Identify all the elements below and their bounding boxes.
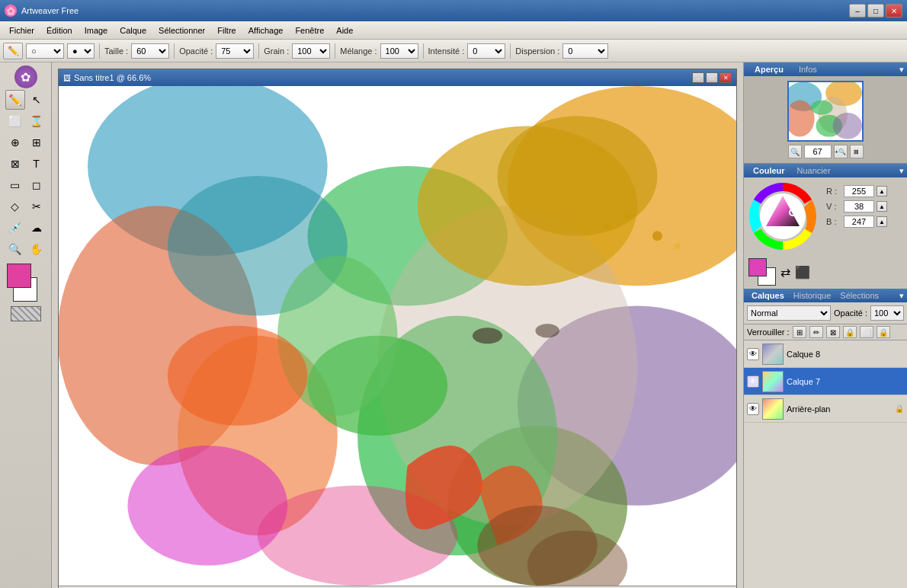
close-button[interactable]: ✕ (886, 4, 902, 18)
apercu-panel: Aperçu Infos ▾ (744, 62, 907, 164)
layer-item-bg[interactable]: 👁 Arrière-plan 🔒 (744, 395, 907, 423)
lock-label: Verrouiller : (747, 328, 790, 337)
menu-fichier[interactable]: Fichier (3, 24, 40, 37)
canvas-window: 🖼 Sans titre1 @ 66.6% – □ ✕ (58, 69, 737, 588)
copy-color-btn[interactable]: ⬛ (795, 265, 810, 280)
menu-affichage[interactable]: Affichage (242, 24, 290, 37)
v-input[interactable] (844, 200, 874, 213)
layer-7-thumb (762, 371, 784, 392)
grain-select[interactable]: 100 (292, 43, 330, 59)
text-tool[interactable]: T (27, 154, 46, 174)
swap-colors-btn[interactable]: ⇄ (780, 265, 790, 280)
lock-row: Verrouiller : ⊞ ✏ ⊠ 🔒 ⬜ 🔒 (744, 324, 907, 340)
zoom-in-btn[interactable]: +🔍 (834, 145, 848, 158)
tab-calques[interactable]: Calques (747, 291, 789, 300)
tab-apercu[interactable]: Aperçu (747, 65, 791, 74)
maximize-button[interactable]: □ (867, 4, 884, 18)
lasso-tool[interactable]: ⌛ (27, 111, 46, 131)
zoom-fit-btn[interactable]: ⊠ (850, 145, 864, 158)
menu-fenetre[interactable]: Fenêtre (289, 24, 330, 37)
r-input[interactable] (844, 185, 874, 197)
b-up[interactable]: ▲ (877, 216, 887, 227)
dispersion-select[interactable]: 0 (562, 43, 608, 59)
color-selector[interactable] (7, 264, 45, 302)
menu-edition[interactable]: Édition (40, 24, 79, 37)
v-up[interactable]: ▲ (877, 201, 887, 212)
stamp-tool[interactable]: ⊠ (5, 154, 25, 174)
lock-fill-btn[interactable]: ✏ (809, 326, 823, 338)
rect-shape[interactable]: ▭ (5, 175, 25, 195)
foreground-color[interactable] (7, 264, 31, 288)
ellipse-shape[interactable]: ◻ (27, 175, 46, 195)
svg-point-19 (473, 328, 502, 344)
select-rect[interactable]: ⬜ (5, 111, 25, 131)
paint-tool[interactable]: ✏️ (5, 90, 25, 110)
eyedropper-tool[interactable]: 💉 (5, 218, 25, 238)
layer-7-visibility[interactable]: 👁 (747, 375, 759, 388)
layer-bg-lock: 🔒 (895, 404, 904, 413)
canvas-close[interactable]: ✕ (720, 72, 732, 83)
brush-shape-select[interactable]: ○ (26, 43, 64, 59)
brush-preview-flower: ✿ (14, 66, 37, 88)
menu-filtre[interactable]: Filtre (211, 24, 242, 37)
r-up[interactable]: ▲ (877, 186, 887, 197)
tab-infos[interactable]: Infos (791, 65, 825, 74)
apercu-image (787, 81, 864, 142)
minimize-button[interactable]: – (849, 4, 866, 18)
v-row: V : ▲ (826, 200, 887, 213)
zoom-input[interactable] (804, 145, 832, 158)
svg-point-14 (652, 231, 662, 241)
opacity-select[interactable]: 100 (870, 305, 904, 321)
transform-tool[interactable]: ⊞ (27, 133, 46, 152)
tab-selections[interactable]: Sélections (835, 291, 883, 300)
lock-all-btn[interactable]: 🔒 (843, 326, 857, 338)
intensite-select[interactable]: 0 (467, 43, 505, 59)
opacite-select[interactable]: 75 (216, 43, 254, 59)
layer-item-8[interactable]: 👁 Calque 8 (744, 340, 907, 368)
lock-move-btn[interactable]: ⊠ (826, 326, 840, 338)
brush-tool-btn[interactable]: ✏️ (3, 43, 23, 59)
main-toolbar: ✏️ ○ ● Taille : 60 Opacité : 75 Grain : … (0, 40, 907, 62)
zoom-out-btn[interactable]: 🔍 (788, 145, 802, 158)
smudge-tool[interactable]: ☁ (27, 218, 46, 238)
crop-tool[interactable]: ⊕ (5, 133, 25, 152)
lock-layer-btn[interactable]: 🔒 (877, 326, 890, 338)
color-values: R : ▲ V : ▲ B : ▲ (823, 182, 890, 251)
brush-type-select[interactable]: ● (67, 43, 95, 59)
menu-selectionner[interactable]: Sélectionner (152, 24, 211, 37)
b-input[interactable] (844, 216, 874, 228)
hand-tool[interactable]: ✋ (27, 239, 46, 259)
layer-8-name: Calque 8 (787, 350, 904, 359)
tab-historique[interactable]: Historique (789, 291, 836, 300)
menu-aide[interactable]: Aide (330, 24, 359, 37)
layer-7-name: Calque 7 (787, 377, 904, 386)
fg-bg-colors[interactable] (748, 258, 776, 286)
lock-alpha-btn[interactable]: ⬜ (860, 326, 873, 338)
canvas-content[interactable] (59, 86, 736, 586)
move-tool[interactable]: ↖ (27, 90, 46, 110)
canvas-maximize[interactable]: □ (706, 72, 718, 83)
svg-point-20 (535, 324, 559, 337)
r-label: R : (826, 187, 841, 196)
menu-calque[interactable]: Calque (114, 24, 152, 37)
layer-item-7[interactable]: 👁 Calque 7 (744, 368, 907, 395)
canvas-minimize[interactable]: – (692, 72, 704, 83)
pattern-preview[interactable] (11, 306, 41, 321)
blend-mode-select[interactable]: Normal (747, 305, 831, 321)
taille-select[interactable]: 60 (131, 43, 169, 59)
clone-tool[interactable]: ✂ (27, 197, 46, 216)
melange-select[interactable]: 100 (380, 43, 418, 59)
menu-image[interactable]: Image (79, 24, 114, 37)
menu-bar: Fichier Édition Image Calque Sélectionne… (0, 21, 907, 40)
layer-bg-visibility[interactable]: 👁 (747, 403, 759, 415)
taille-label: Taille : (104, 46, 128, 56)
color-wheel[interactable] (748, 182, 817, 251)
tab-nuancier[interactable]: Nuancier (791, 166, 837, 175)
eraser-tool[interactable]: ◇ (5, 197, 25, 216)
canvas-title: Sans titre1 @ 66.6% (74, 73, 151, 82)
color-swatches-row: ⇄ ⬛ (744, 255, 907, 289)
layer-8-visibility[interactable]: 👁 (747, 348, 759, 360)
lock-pos-btn[interactable]: ⊞ (793, 326, 806, 338)
tab-couleur[interactable]: Couleur (747, 166, 791, 175)
zoom-tool[interactable]: 🔍 (5, 239, 25, 259)
